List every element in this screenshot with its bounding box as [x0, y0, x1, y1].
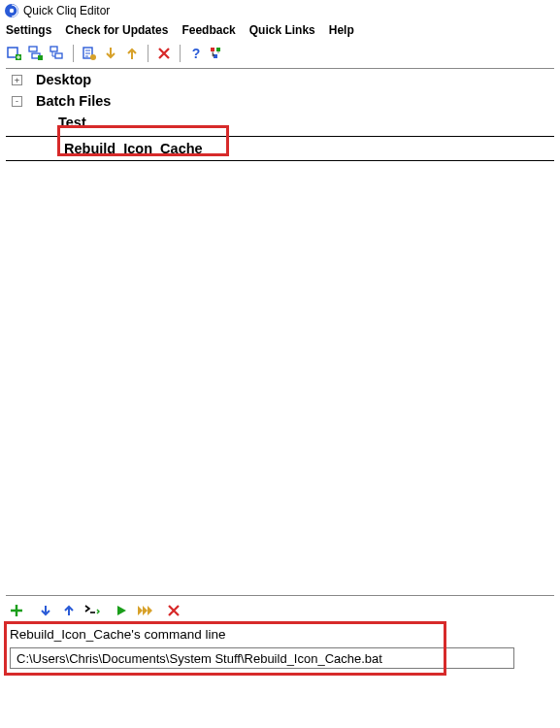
svg-point-1 [10, 9, 14, 13]
menu-help[interactable]: Help [329, 23, 354, 37]
down-icon[interactable] [37, 602, 54, 619]
add-sibling-icon[interactable] [27, 45, 45, 62]
svg-rect-12 [216, 48, 220, 51]
command-line-input[interactable] [10, 647, 514, 669]
svg-rect-7 [50, 47, 57, 51]
delete-icon[interactable] [155, 45, 173, 62]
item-toolbar [0, 596, 560, 625]
fast-forward-icon[interactable] [136, 602, 153, 619]
remove-icon[interactable] [165, 602, 182, 619]
add-item-icon[interactable] [6, 45, 23, 62]
prompt-icon[interactable] [83, 602, 101, 619]
tree-options-icon[interactable] [209, 45, 226, 62]
play-icon[interactable] [113, 602, 130, 619]
separator [180, 45, 181, 62]
help-symbol: ? [192, 46, 201, 61]
title-bar: Quick Cliq Editor [0, 0, 560, 21]
up-icon[interactable] [60, 602, 78, 619]
tree-label-selected: Rebuild_Icon_Cache [64, 141, 203, 156]
move-up-icon[interactable] [123, 45, 141, 62]
expand-icon[interactable]: + [12, 75, 22, 85]
move-down-icon[interactable] [102, 45, 119, 62]
main-toolbar: ? [0, 41, 560, 66]
app-icon [4, 3, 19, 18]
minus-symbol: - [15, 97, 19, 106]
add-icon[interactable] [8, 602, 25, 619]
add-child-icon[interactable] [49, 45, 66, 62]
svg-rect-4 [29, 47, 37, 51]
svg-rect-8 [55, 53, 62, 58]
collapse-icon[interactable]: - [12, 96, 22, 107]
tree-label: Test [58, 115, 86, 130]
tree-view[interactable]: + Desktop - Batch Files Test Rebuild_Ico… [6, 68, 554, 596]
tree-label: Batch Files [36, 93, 111, 109]
menu-settings[interactable]: Settings [6, 23, 51, 37]
help-icon[interactable]: ? [187, 45, 205, 62]
tree-item-desktop[interactable]: + Desktop [6, 69, 554, 90]
tree-label: Desktop [36, 72, 91, 87]
menu-check-updates[interactable]: Check for Updates [65, 23, 168, 37]
separator [73, 45, 74, 62]
menu-feedback[interactable]: Feedback [181, 23, 235, 37]
edit-icon[interactable] [81, 45, 98, 62]
tree-item-batch-files[interactable]: - Batch Files [6, 90, 554, 112]
menu-bar: Settings Check for Updates Feedback Quic… [0, 21, 560, 41]
svg-rect-11 [211, 48, 214, 51]
plus-symbol: + [15, 76, 19, 84]
command-line-panel: Rebuild_Icon_Cache's command line [6, 625, 554, 669]
svg-point-10 [90, 54, 96, 60]
menu-quick-links[interactable]: Quick Links [249, 23, 315, 37]
app-title: Quick Cliq Editor [23, 4, 110, 17]
tree-item-test[interactable]: Test [6, 112, 554, 133]
command-line-label: Rebuild_Icon_Cache's command line [6, 625, 554, 645]
svg-rect-6 [38, 55, 43, 60]
tree-item-rebuild-icon-cache[interactable]: Rebuild_Icon_Cache [6, 136, 554, 161]
separator [148, 45, 148, 62]
